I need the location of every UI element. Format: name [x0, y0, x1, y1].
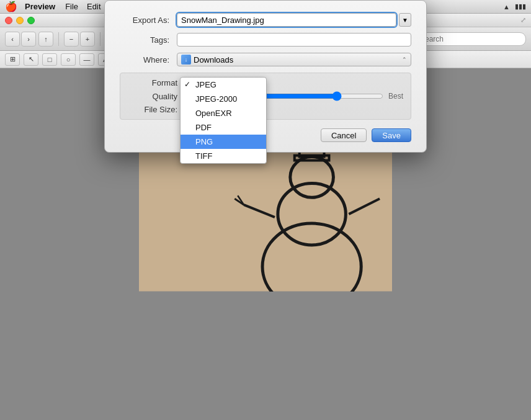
format-option-png-label: PNG	[195, 137, 213, 146]
format-dropdown-container: JPEG JPEG JPEG-2000 OpenEXR PDF	[185, 78, 206, 87]
where-label: Where:	[120, 55, 169, 65]
where-row: Where: ↓ Downloads ⌃	[120, 53, 411, 66]
quality-best-label: Best	[388, 92, 403, 101]
tags-row: Tags:	[120, 33, 411, 47]
export-as-input[interactable]	[177, 13, 396, 27]
filesize-label: File Size:	[128, 105, 177, 114]
format-option-jpeg2000-label: JPEG-2000	[195, 94, 237, 104]
format-option-openexr-label: OpenEXR	[195, 109, 232, 118]
tags-label: Tags:	[120, 35, 169, 45]
format-option-pdf[interactable]: PDF	[181, 120, 266, 135]
export-as-row: Export As: ▼	[120, 13, 411, 27]
where-value: Downloads	[194, 55, 233, 65]
dialog-overlay: Export As: ▼ Tags: Where: ↓ Downloads ⌃ …	[0, 0, 531, 420]
format-option-jpeg-label: JPEG	[195, 80, 216, 89]
quality-label: Quality	[128, 92, 177, 101]
where-dropdown[interactable]: ↓ Downloads ⌃	[177, 53, 411, 66]
export-as-dropdown-button[interactable]: ▼	[399, 13, 411, 27]
export-as-label: Export As:	[120, 16, 169, 25]
save-button[interactable]: Save	[372, 128, 411, 142]
format-option-tiff[interactable]: TIFF	[181, 149, 266, 163]
downloads-folder-icon: ↓	[181, 55, 191, 65]
format-option-jpeg[interactable]: JPEG	[181, 78, 266, 92]
format-option-png[interactable]: PNG	[181, 135, 266, 149]
format-option-openexr[interactable]: OpenEXR	[181, 106, 266, 120]
chevron-down-icon: ⌃	[402, 56, 407, 63]
format-option-pdf-label: PDF	[195, 123, 212, 132]
format-option-tiff-label: TIFF	[195, 151, 212, 161]
format-section: Format JPEG JPEG JPEG-2000 OpenEXR	[120, 73, 411, 120]
export-dialog: Export As: ▼ Tags: Where: ↓ Downloads ⌃ …	[104, 0, 427, 153]
format-dropdown-menu[interactable]: JPEG JPEG-2000 OpenEXR PDF PNG	[180, 77, 267, 164]
tags-input[interactable]	[177, 33, 411, 47]
format-option-jpeg2000[interactable]: JPEG-2000	[181, 92, 266, 106]
format-label: Format	[128, 78, 177, 87]
cancel-button[interactable]: Cancel	[321, 128, 367, 142]
format-row: Format JPEG JPEG JPEG-2000 OpenEXR	[128, 78, 403, 87]
